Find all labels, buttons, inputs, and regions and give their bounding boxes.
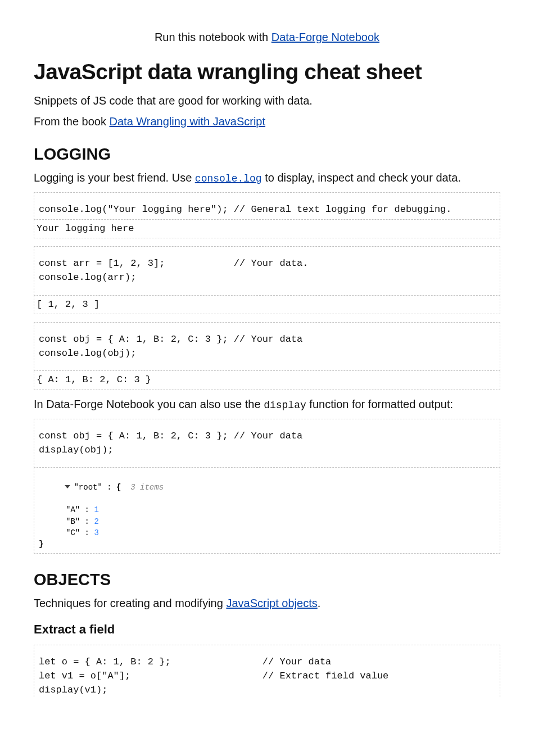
code-line: let v1 = o["A"]; // Extract field value	[39, 669, 495, 683]
output-block: Your logging here	[34, 220, 500, 239]
book-link[interactable]: Data Wrangling with JavaScript	[110, 115, 266, 128]
subsection-extract: Extract a field	[34, 622, 500, 637]
code-block: const arr = [1, 2, 3]; // Your data. con…	[34, 246, 500, 295]
tree-val: 3	[94, 528, 98, 537]
objects-sentence: Techniques for creating and modifying Ja…	[34, 597, 500, 610]
section-objects: OBJECTS	[34, 571, 500, 589]
code-line: display(obj);	[39, 443, 495, 458]
logging-pre: Logging is your best friend. Use	[34, 171, 195, 184]
code-block[interactable]: console.log("Your logging here"); // Gen…	[34, 192, 500, 220]
code-cell-4: const obj = { A: 1, B: 2, C: 3 }; // You…	[34, 419, 500, 554]
code-line: const obj = { A: 1, B: 2, C: 3 }; // You…	[39, 333, 495, 347]
console-log-code: console.log	[195, 173, 262, 184]
tree-root-key: "root" :	[74, 483, 116, 492]
tree-key: "C" :	[66, 528, 94, 537]
code-block: const obj = { A: 1, B: 2, C: 3 }; // You…	[34, 419, 500, 468]
code-block: const obj = { A: 1, B: 2, C: 3 }; // You…	[34, 322, 500, 371]
tree-root-row[interactable]: "root" : { 3 items	[37, 470, 497, 504]
code-line: const arr = [1, 2, 3]; // Your data.	[39, 257, 495, 271]
objects-post: .	[318, 597, 321, 609]
run-notebook-line: Run this notebook with Data-Forge Notebo…	[34, 0, 500, 44]
code-cell-2: const arr = [1, 2, 3]; // Your data. con…	[34, 246, 500, 314]
display-sentence: In Data-Forge Notebook you can also use …	[34, 398, 500, 411]
output-text: Your logging here	[37, 222, 497, 236]
code-line: console.log(obj);	[39, 347, 495, 361]
code-line: const obj = { A: 1, B: 2, C: 3 }; // You…	[39, 429, 495, 443]
intro-text: Snippets of JS code that are good for wo…	[34, 94, 500, 107]
objects-pre: Techniques for creating and modifying	[34, 597, 226, 609]
tree-items-count: 3 items	[130, 483, 164, 492]
page-title: JavaScript data wrangling cheat sheet	[34, 60, 500, 84]
display-code: display	[264, 400, 306, 411]
code-line: console.log(arr);	[39, 271, 495, 285]
tree-val: 1	[94, 505, 98, 514]
output-text: [ 1, 2, 3 ]	[37, 298, 497, 312]
from-prefix: From the book	[34, 115, 110, 128]
code-line: let o = { A: 1, B: 2 }; // Your data	[39, 655, 495, 669]
close-brace: }	[37, 538, 497, 550]
code-cell-1: console.log("Your logging here"); // Gen…	[34, 192, 500, 238]
tree-key: "A" :	[66, 505, 94, 514]
output-text: { A: 1, B: 2, C: 3 }	[37, 373, 497, 387]
output-block: { A: 1, B: 2, C: 3 }	[34, 371, 500, 390]
display-pre: In Data-Forge Notebook you can also use …	[34, 398, 264, 410]
code-cell-5: let o = { A: 1, B: 2 }; // Your data let…	[34, 645, 500, 697]
tree-child-row: "B" : 2	[37, 516, 497, 527]
caret-down-icon[interactable]	[65, 485, 70, 488]
console-log-link[interactable]: console.log	[195, 171, 262, 184]
tree-child-row: "C" : 3	[37, 527, 497, 538]
tree-child-row: "A" : 1	[37, 504, 497, 515]
run-prefix: Run this notebook with	[155, 31, 271, 43]
section-logging: LOGGING	[34, 145, 500, 164]
code-cell-3: const obj = { A: 1, B: 2, C: 3 }; // You…	[34, 322, 500, 390]
code-block: let o = { A: 1, B: 2 }; // Your data let…	[34, 645, 500, 697]
output-tree: "root" : { 3 items "A" : 1 "B" : 2 "C" :…	[34, 468, 500, 554]
code-line: display(v1);	[39, 683, 495, 698]
js-objects-link[interactable]: JavaScript objects	[226, 597, 317, 609]
logging-post: to display, inspect and check your data.	[265, 171, 461, 184]
from-line: From the book Data Wrangling with JavaSc…	[34, 115, 500, 128]
display-post: function for formatted output:	[309, 398, 453, 410]
data-forge-notebook-link[interactable]: Data-Forge Notebook	[271, 31, 379, 43]
logging-sentence: Logging is your best friend. Use console…	[34, 171, 500, 184]
code-line: console.log("Your logging here"); // Gen…	[39, 203, 495, 217]
tree-val: 2	[94, 517, 98, 526]
tree-key: "B" :	[66, 517, 94, 526]
open-brace: {	[116, 483, 121, 492]
output-block: [ 1, 2, 3 ]	[34, 296, 500, 315]
